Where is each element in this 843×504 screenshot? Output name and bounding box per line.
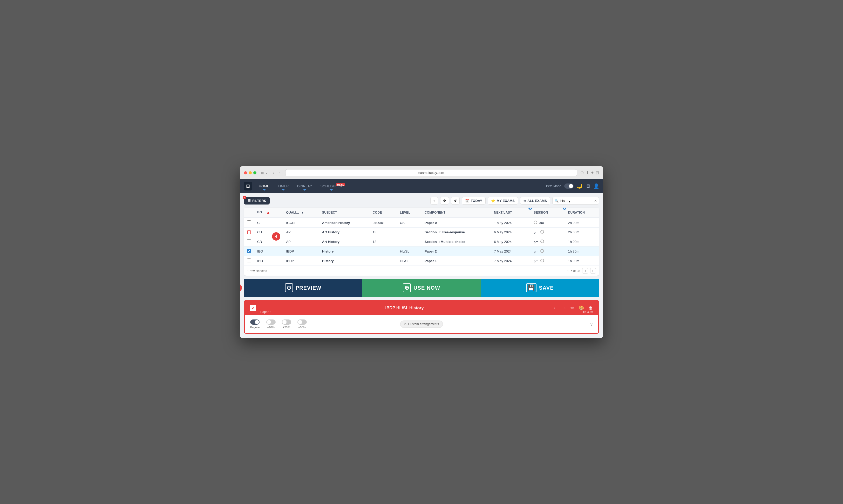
- minimize-button[interactable]: [249, 171, 252, 175]
- time-label-25: +25%: [283, 326, 290, 329]
- app-content: ⊞ HOME TIMER DISPLAY SCHEDULER Beta Beta…: [240, 179, 603, 338]
- my-exams-button[interactable]: ⭐ MY EXAMS: [488, 197, 518, 204]
- col-nextlast[interactable]: Next/Last ↑ 1: [491, 208, 531, 218]
- calendar-icon: 📅: [465, 199, 469, 203]
- save-icon: 💾: [526, 283, 537, 292]
- col-level: Level: [397, 208, 422, 218]
- time-option-25: +25%: [282, 320, 291, 329]
- window-icon-button[interactable]: ⊞ ∨: [259, 170, 269, 176]
- step4-badge: 4: [272, 232, 280, 240]
- search-icon: 🔍: [554, 199, 558, 203]
- cell-nextlast: 6 May 2024: [491, 228, 531, 237]
- browser-actions: ⊙ ⬆ + ⊡: [580, 170, 599, 175]
- nav-display[interactable]: DISPLAY: [293, 182, 316, 190]
- add-button[interactable]: +: [430, 197, 438, 204]
- search-input[interactable]: [552, 197, 599, 204]
- preview-button[interactable]: ⊙ PREVIEW: [244, 279, 362, 297]
- traffic-lights: [244, 171, 256, 175]
- cell-code: 0409/01: [370, 218, 397, 228]
- time-toggle-10[interactable]: [266, 320, 276, 325]
- cell-duration: 2h 00m: [565, 228, 599, 237]
- search-clear-button[interactable]: ✕: [594, 199, 597, 203]
- cell-code: 13: [370, 228, 397, 237]
- nav-scheduler[interactable]: SCHEDULER Beta: [317, 182, 346, 190]
- filters-button[interactable]: 2 ☰ FILTERS: [244, 197, 270, 204]
- moon-icon[interactable]: 🌙: [577, 183, 582, 189]
- new-tab-icon[interactable]: +: [591, 170, 594, 175]
- browser-window: ⊞ ∨ ‹ › examdisplay.com ⊙ ⬆ + ⊡ ⊞ HOME T…: [240, 166, 603, 338]
- save-button[interactable]: 💾 SAVE: [481, 279, 599, 297]
- cell-session: pm: [531, 228, 565, 237]
- nav-timer[interactable]: TIMER: [274, 182, 292, 190]
- beta-mode-toggle[interactable]: [564, 183, 574, 189]
- data-table-container: Bo... ▲ Quali... ▼ Subject Code Level Co…: [244, 208, 599, 276]
- time-label-10: +10%: [267, 326, 274, 329]
- table-row: CB AP Art History 13 Section I: Multiple…: [244, 237, 599, 247]
- row-checkbox[interactable]: [247, 220, 251, 224]
- nav-home[interactable]: HOME: [255, 182, 273, 190]
- arrow-left-icon[interactable]: ←: [553, 305, 557, 311]
- cell-nextlast: 7 May 2024: [491, 247, 531, 256]
- cell-component: Paper 1: [422, 256, 491, 266]
- share-icon[interactable]: ⬆: [586, 170, 589, 175]
- time-option-regular: Regular: [250, 320, 260, 329]
- all-exams-button[interactable]: ∞ ALL EXAMS: [520, 197, 550, 204]
- row-checkbox[interactable]: [247, 239, 251, 243]
- pagination-text: 1–5 of 28: [567, 269, 580, 273]
- maximize-button[interactable]: [253, 171, 256, 175]
- step3-badge: 3: [240, 284, 242, 292]
- chevron-down-icon[interactable]: ∨: [590, 322, 593, 327]
- exam-card-center: IBDP HL/SL History: [259, 306, 550, 310]
- cell-checkbox: [244, 218, 254, 228]
- download-icon[interactable]: ⊙: [580, 170, 584, 175]
- session-circle: [534, 221, 537, 224]
- refresh-icon: ↺: [454, 199, 457, 203]
- cell-nextlast: 6 May 2024: [491, 237, 531, 247]
- cell-session: pm: [531, 256, 565, 266]
- cell-nextlast: 1 May 2024: [491, 218, 531, 228]
- row-checkbox[interactable]: [247, 258, 251, 263]
- cell-code: [370, 247, 397, 256]
- data-table: Bo... ▲ Quali... ▼ Subject Code Level Co…: [244, 208, 599, 266]
- custom-label: Custom arrangements: [408, 322, 439, 326]
- back-button[interactable]: ‹: [271, 170, 276, 176]
- prev-page-button[interactable]: ‹: [582, 268, 588, 273]
- close-button[interactable]: [244, 171, 247, 175]
- exam-card-checkbox[interactable]: ✓: [250, 305, 256, 311]
- cell-level: HL/SL: [397, 247, 422, 256]
- forward-button[interactable]: ›: [278, 170, 282, 176]
- time-toggle-50[interactable]: [298, 320, 307, 325]
- user-icon[interactable]: 👤: [593, 183, 599, 189]
- row-checkbox[interactable]: [247, 249, 251, 253]
- cell-qualification: AP: [283, 228, 319, 237]
- next-page-button[interactable]: ›: [590, 268, 596, 273]
- search-box: 🔍 ✕: [552, 197, 599, 204]
- row-checkbox-highlighted[interactable]: [247, 231, 251, 234]
- arrow-right-icon[interactable]: →: [562, 305, 566, 311]
- cell-subject: Art History: [319, 237, 370, 247]
- col-session[interactable]: Session ↑ 2: [531, 208, 565, 218]
- col-qualification[interactable]: Quali... ▼: [283, 208, 319, 218]
- today-button[interactable]: 📅 TODAY: [462, 197, 486, 204]
- table-row: C IGCSE American History 0409/01 US Pape…: [244, 218, 599, 228]
- sidebar-icon[interactable]: ⊡: [596, 170, 599, 175]
- filter-count-badge: 2: [243, 196, 246, 199]
- nav-logo: ⊞: [244, 182, 252, 191]
- address-bar[interactable]: examdisplay.com: [285, 169, 577, 176]
- custom-arrangements-button[interactable]: ↺ Custom arrangements: [400, 321, 443, 328]
- cell-level: HL/SL: [397, 256, 422, 266]
- cell-board: C: [254, 218, 283, 228]
- star-icon: ⭐: [491, 199, 495, 203]
- selected-exam-card: ✓ IBDP HL/SL History ← → ✏ 🎨 🗑 Paper 2 1…: [244, 300, 599, 334]
- edit-icon[interactable]: ✏: [571, 305, 574, 311]
- settings-button[interactable]: ⚙: [440, 197, 449, 204]
- time-toggle-regular[interactable]: [250, 320, 259, 325]
- cell-session: pm: [531, 237, 565, 247]
- refresh-button[interactable]: ↺: [451, 197, 460, 204]
- time-toggle-25[interactable]: [282, 320, 291, 325]
- monitor-icon[interactable]: 🖥: [586, 183, 590, 189]
- toolbar: 2 ☰ FILTERS + ⚙ ↺ 📅 TODAY ⭐: [244, 197, 599, 204]
- filter-icon[interactable]: ▼: [301, 211, 304, 214]
- use-now-button[interactable]: ⊕ USE NOW: [362, 279, 481, 297]
- url-text: examdisplay.com: [418, 171, 444, 175]
